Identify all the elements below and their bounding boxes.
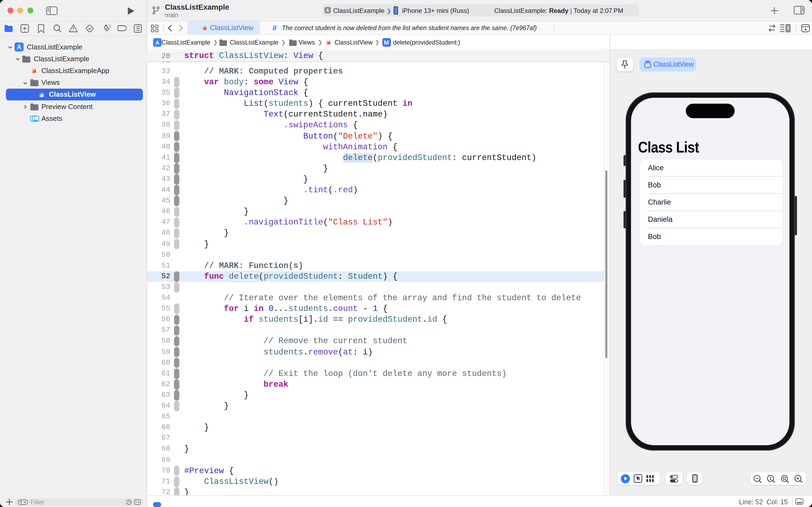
svg-text:A: A	[155, 39, 159, 45]
svg-text:A: A	[17, 44, 21, 51]
svg-text:1: 1	[769, 476, 772, 481]
svg-text:A: A	[326, 8, 329, 12]
